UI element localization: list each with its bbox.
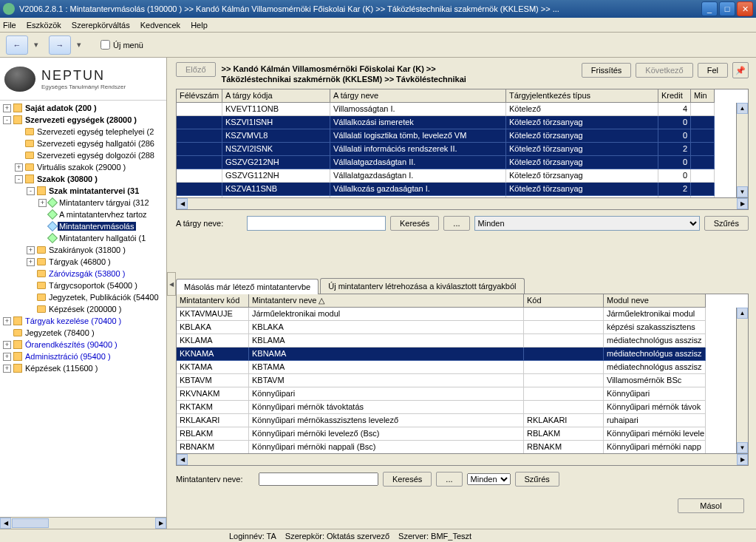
column-header[interactable]: Mintatanterv neve △ <box>249 294 524 308</box>
tree-node[interactable]: +Tárgyak kezelése (70400 ) <box>0 315 166 327</box>
column-header[interactable]: Kód <box>524 294 604 308</box>
tree-node[interactable]: +Tárgyak (46800 ) <box>0 256 166 268</box>
upper-filter-select[interactable]: Minden <box>474 216 700 231</box>
expand-icon[interactable]: - <box>3 116 11 124</box>
upper-grid-vscroll[interactable]: ▲ ▼ <box>736 103 748 197</box>
tree-node[interactable]: +Virtuális szakok (29000 ) <box>0 161 166 173</box>
sidebar-hscroll[interactable]: ◀ ▶ <box>0 517 166 529</box>
expand-icon[interactable]: + <box>3 341 11 349</box>
column-header[interactable]: Modul neve <box>604 294 706 308</box>
menu-roles[interactable]: Szerepkörváltás <box>72 21 130 30</box>
table-row[interactable]: KBLAKAKBLAKAképzési szakasszisztens <box>177 321 748 334</box>
maximize-button[interactable]: □ <box>719 1 735 16</box>
table-row[interactable]: KSZVI1ISNHVállalkozási ismeretekKötelező… <box>177 116 748 129</box>
table-row[interactable]: KSZVA11SNBVállalkozás gazdaságtan I.Köte… <box>177 183 748 196</box>
column-header[interactable]: Tárgyjelentkezés típus <box>506 89 658 103</box>
tree-node[interactable]: +Szakirányok (31800 ) <box>0 244 166 256</box>
tab-create-new[interactable]: Új mintatanterv létrehozása a kiválaszto… <box>320 278 524 294</box>
column-header[interactable]: A tárgy kódja <box>222 89 330 103</box>
upper-grid[interactable]: FélévszámA tárgy kódjaA tárgy neveTárgyj… <box>176 89 749 210</box>
column-header[interactable]: A tárgy neve <box>330 89 506 103</box>
table-row[interactable]: GSZVG112NHVállalatgazdaságtan I.Kötelező… <box>177 169 748 183</box>
upper-filter-button[interactable]: Szűrés <box>704 216 749 231</box>
tree-node[interactable]: -Szak mintatantervei (31 <box>0 185 166 197</box>
tree-node[interactable]: -Szervezeti egységek (28000 ) <box>0 114 166 126</box>
tree-node[interactable]: Képzések (200000 ) <box>0 303 166 315</box>
table-row[interactable]: RBNAKMKönnyűipari mérnöki nappali (Bsc)R… <box>177 441 748 453</box>
scroll-right-icon[interactable]: ▶ <box>737 198 748 209</box>
lower-browse-button[interactable]: ... <box>436 472 462 487</box>
column-header[interactable]: Félévszám <box>177 89 222 103</box>
upper-browse-button[interactable]: ... <box>443 216 469 231</box>
tree-node[interactable]: Záróvizsgák (53800 ) <box>0 268 166 280</box>
column-header[interactable]: Kredit <box>658 89 691 103</box>
expand-icon[interactable]: + <box>3 104 11 112</box>
upper-filter-input[interactable] <box>247 216 386 231</box>
tree-node[interactable]: +Adminisztráció (95400 ) <box>0 350 166 362</box>
column-header[interactable]: Min <box>691 89 715 103</box>
table-row[interactable]: KKTAVMAUJEJárműelektronikai modulJárműel… <box>177 308 748 321</box>
expand-icon[interactable]: + <box>3 365 11 373</box>
scroll-down-icon[interactable]: ▼ <box>737 442 748 453</box>
table-row[interactable]: KSZVMVL8Vállalati logisztika tömb, level… <box>177 129 748 143</box>
nav-tree[interactable]: +Saját adatok (200 )-Szervezeti egységek… <box>0 101 166 517</box>
forward-button[interactable]: → <box>49 35 71 55</box>
splitter-handle[interactable] <box>167 272 176 296</box>
copy-button[interactable]: Másol <box>678 498 744 513</box>
tree-node[interactable]: Szervezeti egység hallgatói (286 <box>0 138 166 149</box>
expand-icon[interactable]: + <box>15 163 23 172</box>
table-row[interactable]: KKTAMAKBTAMAmédiatechnológus asszisz <box>177 361 748 374</box>
menu-file[interactable]: File <box>3 21 16 30</box>
tree-node[interactable]: Jegyzetek (78400 ) <box>0 327 166 339</box>
table-row[interactable]: GSZVG212NHVállalatgazdaságtan II.Kötelez… <box>177 156 748 169</box>
close-button[interactable]: ✕ <box>737 1 753 16</box>
tree-node[interactable]: Szervezeti egység telephelyei (2 <box>0 126 166 138</box>
scroll-left-icon[interactable]: ◀ <box>0 518 11 529</box>
lower-filter-button[interactable]: Szűrés <box>515 472 559 487</box>
expand-icon[interactable]: + <box>3 317 11 325</box>
lower-grid-vscroll[interactable]: ▲ ▼ <box>736 308 748 453</box>
expand-icon[interactable]: + <box>27 246 35 254</box>
back-button[interactable]: ← <box>6 35 28 55</box>
up-button[interactable]: Fel <box>698 63 728 78</box>
tree-node[interactable]: +Képzések (115600 ) <box>0 362 166 374</box>
scroll-up-icon[interactable]: ▲ <box>737 308 748 319</box>
table-row[interactable]: KVEVT11ONBVillamosságtan I.Kötelező4 <box>177 103 748 116</box>
table-row[interactable]: RKLAKARIKönnyűipari mérnökasszisztens le… <box>177 414 748 427</box>
tree-node[interactable]: Mintatanterv hallgatói (1 <box>0 232 166 244</box>
lower-grid[interactable]: Mintatanterv kódMintatanterv neve △KódMo… <box>176 294 749 466</box>
table-row[interactable]: NSZVI2ISNKVállalati információs rendszer… <box>177 143 748 156</box>
scroll-up-icon[interactable]: ▲ <box>737 103 748 114</box>
scroll-right-icon[interactable]: ▶ <box>155 518 166 529</box>
new-menu-checkbox[interactable] <box>101 40 110 50</box>
tree-node[interactable]: +Órarendkészítés (90400 ) <box>0 339 166 350</box>
tree-node[interactable]: +Mintatanterv tárgyai (312 <box>0 197 166 209</box>
column-header[interactable]: Mintatanterv kód <box>177 294 249 308</box>
next-button[interactable]: Következő <box>636 63 692 78</box>
back-menu-chevron[interactable]: ▾ <box>34 35 43 55</box>
table-row[interactable]: KKLAMAKBLAMAmédiatechnológus asszisz <box>177 334 748 348</box>
table-row[interactable]: RKVNAKMKönnyűipariKönnyűipari <box>177 387 748 401</box>
tree-node[interactable]: +Saját adatok (200 ) <box>0 102 166 114</box>
minimize-button[interactable]: _ <box>701 1 718 16</box>
upper-search-button[interactable]: Keresés <box>390 216 439 231</box>
tree-node[interactable]: Mintatantervmásolás <box>0 220 166 232</box>
prev-button[interactable]: Előző <box>176 62 216 77</box>
menu-tools[interactable]: Eszközök <box>27 21 61 30</box>
scroll-right-icon[interactable]: ▶ <box>737 454 748 465</box>
scroll-left-icon[interactable]: ◀ <box>177 198 188 209</box>
refresh-button[interactable]: Frissítés <box>582 63 632 78</box>
lower-search-button[interactable]: Keresés <box>383 472 432 487</box>
expand-icon[interactable]: + <box>27 258 35 266</box>
table-row[interactable]: KKNAMAKBNAMAmédiatechnológus asszisz <box>177 348 748 361</box>
tree-node[interactable]: Jegyzetek, Publikációk (54400 <box>0 291 166 303</box>
expand-icon[interactable]: + <box>3 353 11 361</box>
scroll-down-icon[interactable]: ▼ <box>737 186 748 197</box>
menu-help[interactable]: Help <box>191 21 208 30</box>
tree-node[interactable]: A mintatantervhez tartoz <box>0 209 166 220</box>
menu-favorites[interactable]: Kedvencek <box>140 21 180 30</box>
forward-menu-chevron[interactable]: ▾ <box>77 35 86 55</box>
table-row[interactable]: KBTAVMKBTAVMVillamosmérnök BSc <box>177 374 748 387</box>
tree-node[interactable]: Tárgycsoportok (54000 ) <box>0 280 166 291</box>
lower-filter-select[interactable]: Minden <box>467 473 511 485</box>
